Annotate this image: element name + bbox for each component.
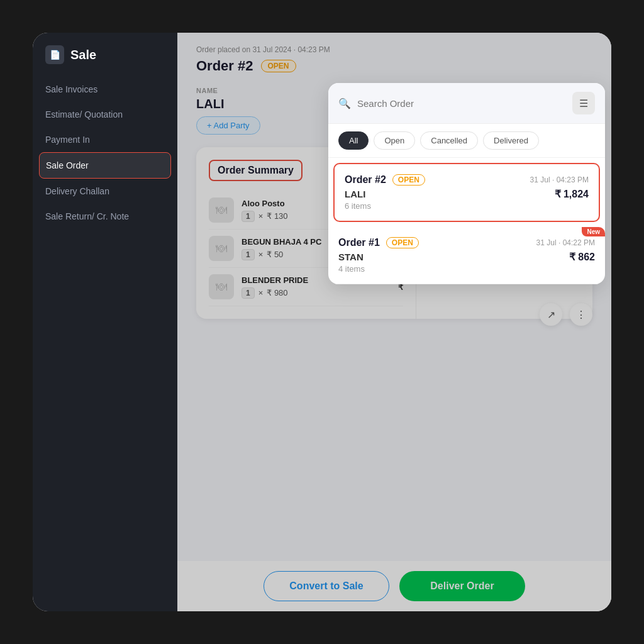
tab-delivered[interactable]: Delivered [483, 131, 539, 150]
order-number-2: Order #2 [345, 174, 386, 186]
sidebar-item-sale-return[interactable]: Sale Return/ Cr. Note [33, 204, 177, 229]
sidebar-header: 📄 Sale [33, 45, 177, 77]
order-status-2: OPEN [392, 174, 425, 186]
sidebar-item-estimate[interactable]: Estimate/ Quotation [33, 102, 177, 127]
sidebar-item-sale-invoices[interactable]: Sale Invoices [33, 77, 177, 102]
order-status-1: OPEN [386, 237, 419, 248]
sale-icon: 📄 [45, 45, 64, 64]
order-card-2[interactable]: Order #2 OPEN 31 Jul · 04:23 PM LALI ₹ 1… [333, 163, 600, 222]
tab-open[interactable]: Open [374, 131, 415, 150]
filter-button[interactable]: ☰ [572, 92, 595, 114]
order-num-row: Order #1 OPEN [338, 237, 419, 248]
order-number-1: Order #1 [338, 237, 380, 248]
order-items-1: 4 items [338, 264, 595, 274]
order-customer-1: STAN [338, 252, 364, 262]
sidebar-item-sale-order[interactable]: Sale Order [39, 152, 171, 179]
search-bar: 🔍 ☰ [328, 83, 605, 124]
order-num-row: Order #2 OPEN [345, 174, 425, 186]
sidebar-item-payment-in[interactable]: Payment In [33, 127, 177, 152]
order-card-top: Order #1 OPEN 31 Jul · 04:22 PM [338, 237, 595, 248]
order-amount-1: ₹ 862 [569, 251, 595, 263]
order-card-mid: STAN ₹ 862 [338, 251, 595, 263]
sidebar-title: Sale [70, 48, 96, 62]
main-content: Order placed on 31 Jul 2024 · 04:23 PM O… [177, 33, 611, 611]
order-items-2: 6 items [345, 201, 589, 211]
tab-cancelled[interactable]: Cancelled [420, 131, 478, 150]
search-input[interactable] [357, 98, 566, 109]
sidebar-item-delivery-challan[interactable]: Delivery Challan [33, 179, 177, 204]
tab-all[interactable]: All [338, 131, 369, 150]
order-date-1: 31 Jul · 04:22 PM [536, 238, 595, 247]
new-badge: New [582, 227, 605, 236]
filter-tabs: All Open Cancelled Delivered [328, 124, 605, 158]
order-date-2: 31 Jul · 04:23 PM [530, 175, 589, 184]
order-card-1[interactable]: New Order #1 OPEN 31 Jul · 04:22 PM STAN… [328, 227, 605, 284]
sidebar: 📄 Sale Sale Invoices Estimate/ Quotation… [33, 33, 177, 611]
order-customer-2: LALI [345, 189, 365, 199]
order-amount-2: ₹ 1,824 [555, 188, 589, 200]
search-panel: 🔍 ☰ All Open Cancelled Delivered Order #… [328, 83, 605, 284]
search-icon: 🔍 [338, 97, 351, 109]
order-card-top: Order #2 OPEN 31 Jul · 04:23 PM [345, 174, 589, 186]
order-card-mid: LALI ₹ 1,824 [345, 188, 589, 200]
